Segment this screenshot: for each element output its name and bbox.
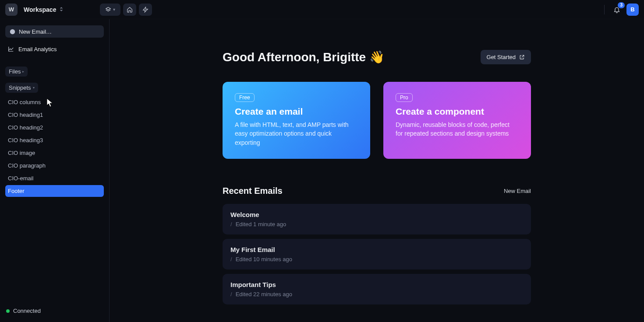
svg-marker-1 <box>143 7 148 12</box>
topbar: W Workspace ▾ 3 B <box>0 0 644 19</box>
recent-item-title: Important Tips <box>230 281 523 288</box>
create-card[interactable]: ProCreate a componentDynamic, reusable b… <box>383 82 531 159</box>
snippet-item[interactable]: CIO heading1 <box>5 109 104 121</box>
svg-marker-0 <box>106 7 111 10</box>
snippet-item[interactable]: CIO image <box>5 147 104 159</box>
topbar-divider <box>604 5 605 14</box>
card-title: Create an email <box>235 106 358 117</box>
external-link-icon <box>519 54 525 60</box>
snippet-item[interactable]: CIO paragraph <box>5 160 104 172</box>
collapse-icon: ▸ <box>22 70 24 74</box>
snippet-item[interactable]: CIO heading3 <box>5 134 104 146</box>
recent-email-item[interactable]: Welcome/Edited 1 minute ago <box>223 204 531 234</box>
create-card[interactable]: FreeCreate an emailA file with HTML, tex… <box>223 82 370 159</box>
recent-email-item[interactable]: Important Tips/Edited 22 minutes ago <box>223 274 531 304</box>
sidebar: New Email… Email Analytics Files ▸ Snipp… <box>0 19 110 322</box>
recent-item-meta: /Edited 10 minutes ago <box>230 256 523 262</box>
snippets-section-toggle[interactable]: Snippets ▾ <box>5 83 38 93</box>
greeting: Good Afternoon, Brigitte 👋 <box>223 50 385 64</box>
workspace-switcher[interactable]: Workspace <box>21 4 67 15</box>
card-tier-pill: Pro <box>396 93 413 102</box>
chevron-down-icon: ▾ <box>113 7 115 12</box>
recent-email-item[interactable]: My First Email/Edited 10 minutes ago <box>223 239 531 270</box>
topbar-tool-group: ▾ <box>100 4 152 16</box>
expand-icon: ▾ <box>33 86 35 90</box>
recent-emails-list: Welcome/Edited 1 minute agoMy First Emai… <box>223 204 531 304</box>
card-description: Dynamic, reusable blocks of code, perfec… <box>396 120 510 138</box>
recent-emails-heading: Recent Emails <box>223 186 283 196</box>
card-title: Create a component <box>396 106 519 117</box>
snippets-label: Snippets <box>9 84 31 91</box>
plus-circle-icon <box>10 29 15 35</box>
recent-item-meta: /Edited 1 minute ago <box>230 221 523 228</box>
card-description: A file with HTML, text, and AMP parts wi… <box>235 120 349 147</box>
snippet-item[interactable]: CIO columns <box>5 96 104 108</box>
get-started-button[interactable]: Get Started <box>481 50 531 64</box>
files-label: Files <box>9 68 21 75</box>
files-section-toggle[interactable]: Files ▸ <box>5 66 28 77</box>
status-label: Connected <box>13 308 41 314</box>
email-analytics-link[interactable]: Email Analytics <box>5 43 104 55</box>
connection-status: Connected <box>5 306 104 316</box>
notification-badge: 3 <box>618 2 625 8</box>
notifications-button[interactable]: 3 <box>611 4 623 16</box>
svg-rect-4 <box>11 31 14 32</box>
snippet-item[interactable]: CIO heading2 <box>5 122 104 133</box>
recent-item-meta: /Edited 22 minutes ago <box>230 291 523 298</box>
snippet-item[interactable]: CIO-email <box>5 172 104 184</box>
chart-icon <box>8 46 14 52</box>
get-started-label: Get Started <box>487 54 516 60</box>
new-email-button[interactable]: New Email… <box>5 25 104 38</box>
recent-new-email-link[interactable]: New Email <box>504 188 531 194</box>
chevron-up-down-icon <box>59 7 64 13</box>
status-dot-icon <box>6 309 10 313</box>
create-cards-row: FreeCreate an emailA file with HTML, tex… <box>223 82 531 159</box>
avatar[interactable]: B <box>626 4 639 16</box>
bolt-button[interactable] <box>139 4 152 16</box>
workspace-name: Workspace <box>24 6 56 13</box>
email-analytics-label: Email Analytics <box>18 46 57 52</box>
main-content: Good Afternoon, Brigitte 👋 Get Started F… <box>110 19 644 322</box>
workspace-badge[interactable]: W <box>5 4 18 16</box>
snippets-list: CIO columnsCIO heading1CIO heading2CIO h… <box>5 96 104 197</box>
card-tier-pill: Free <box>235 93 255 102</box>
layers-button[interactable]: ▾ <box>100 4 120 16</box>
recent-item-title: My First Email <box>230 246 523 253</box>
snippet-item[interactable]: Footer <box>5 185 104 197</box>
new-email-label: New Email… <box>19 28 52 35</box>
recent-item-title: Welcome <box>230 211 523 218</box>
home-button[interactable] <box>123 4 136 16</box>
